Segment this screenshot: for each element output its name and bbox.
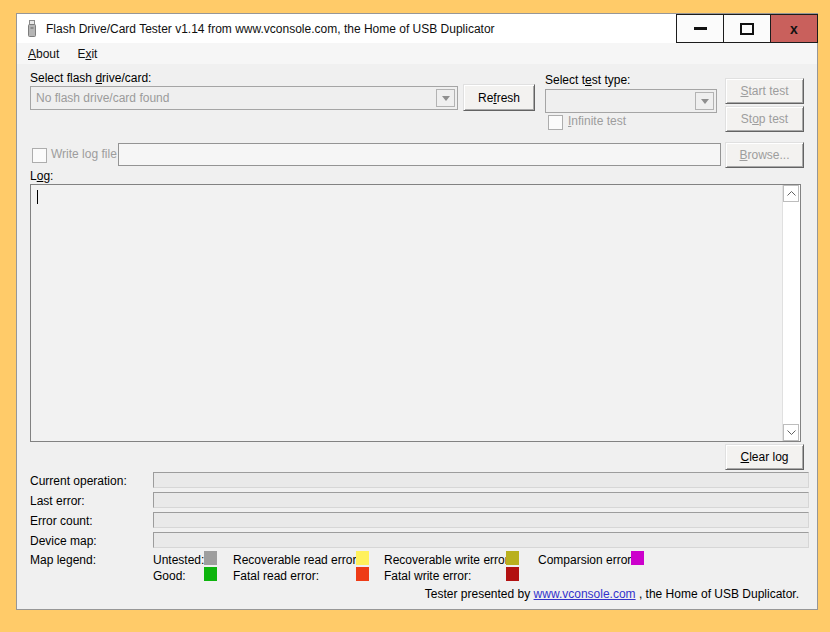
- title-bar[interactable]: Flash Drive/Card Tester v1.14 from www.v…: [17, 14, 817, 43]
- legend-untested-label: Untested:: [153, 553, 204, 567]
- map-legend-label: Map legend:: [30, 553, 96, 567]
- log-label: Log:: [30, 169, 53, 183]
- legend-recoverable-read-label: Recoverable read error:: [233, 553, 360, 567]
- test-type-combobox[interactable]: [545, 89, 717, 113]
- legend-good-label: Good:: [153, 569, 186, 583]
- clear-log-button[interactable]: Clear log: [725, 444, 804, 470]
- menu-bar: About Exit: [17, 43, 817, 64]
- legend-fatal-write-label: Fatal write error:: [384, 569, 471, 583]
- scrollbar-up-icon: [787, 191, 796, 196]
- legend-comparsion-swatch: [631, 551, 644, 565]
- flash-drive-selected-value: No flash drive/card found: [31, 91, 436, 105]
- window-title: Flash Drive/Card Tester v1.14 from www.v…: [46, 22, 495, 36]
- minimize-icon: [694, 27, 707, 30]
- flash-drive-label: Select flash drive/card:: [30, 71, 151, 85]
- close-icon: x: [790, 22, 798, 36]
- usb-flash-drive-icon: [26, 20, 38, 37]
- chevron-down-icon: [442, 96, 450, 101]
- stop-test-button[interactable]: Stop test: [725, 106, 804, 132]
- infinite-test-checkbox[interactable]: [548, 115, 563, 130]
- last-error-field: [153, 492, 809, 508]
- refresh-button[interactable]: Refresh: [463, 84, 535, 111]
- scroll-up-button[interactable]: [783, 185, 799, 202]
- vconsole-link[interactable]: www.vconsole.com: [534, 587, 636, 601]
- device-map-label: Device map:: [30, 534, 97, 548]
- current-operation-label: Current operation:: [30, 474, 127, 488]
- flash-drive-dropdown-button[interactable]: [436, 89, 455, 107]
- log-file-path-input[interactable]: [118, 143, 721, 166]
- legend-recoverable-write-label: Recoverable write error:: [384, 553, 512, 567]
- scroll-down-button[interactable]: [783, 424, 799, 441]
- chevron-down-icon: [701, 99, 709, 104]
- menu-item-about[interactable]: About: [19, 45, 68, 63]
- scrollbar-down-icon: [787, 430, 796, 435]
- legend-fatal-write-swatch: [506, 567, 519, 581]
- minimize-button[interactable]: [676, 14, 724, 43]
- maximize-button[interactable]: [723, 14, 771, 43]
- write-log-file-checkbox[interactable]: [32, 148, 47, 163]
- legend-good-swatch: [204, 567, 217, 581]
- browse-button[interactable]: Browse...: [725, 142, 804, 168]
- window-controls: x: [677, 14, 818, 43]
- app-window: Flash Drive/Card Tester v1.14 from www.v…: [16, 13, 818, 610]
- legend-recoverable-write-swatch: [506, 551, 519, 565]
- device-map-field: [153, 532, 809, 548]
- log-textarea[interactable]: [30, 184, 801, 442]
- test-type-dropdown-button[interactable]: [695, 92, 714, 110]
- menu-item-exit[interactable]: Exit: [68, 45, 106, 63]
- legend-comparsion-label: Comparsion error:: [538, 553, 635, 567]
- close-button[interactable]: x: [770, 14, 818, 43]
- current-operation-field: [153, 472, 809, 488]
- legend-recoverable-read-swatch: [356, 551, 369, 565]
- write-log-file-label: Write log file: [51, 147, 117, 161]
- legend-untested-swatch: [204, 551, 217, 565]
- maximize-icon: [740, 23, 754, 35]
- flash-drive-combobox[interactable]: No flash drive/card found: [30, 86, 458, 110]
- test-type-label: Select test type:: [545, 73, 630, 87]
- legend-fatal-read-label: Fatal read error:: [233, 569, 319, 583]
- start-test-button[interactable]: Start test: [725, 78, 804, 104]
- last-error-label: Last error:: [30, 494, 85, 508]
- footer-credit: Tester presented by www.vconsole.com , t…: [425, 587, 799, 601]
- infinite-test-label: Infinite test: [568, 114, 626, 128]
- error-count-field: [153, 512, 809, 528]
- log-scrollbar[interactable]: [782, 185, 800, 441]
- text-caret: [37, 190, 38, 204]
- error-count-label: Error count:: [30, 514, 93, 528]
- legend-fatal-read-swatch: [356, 567, 369, 581]
